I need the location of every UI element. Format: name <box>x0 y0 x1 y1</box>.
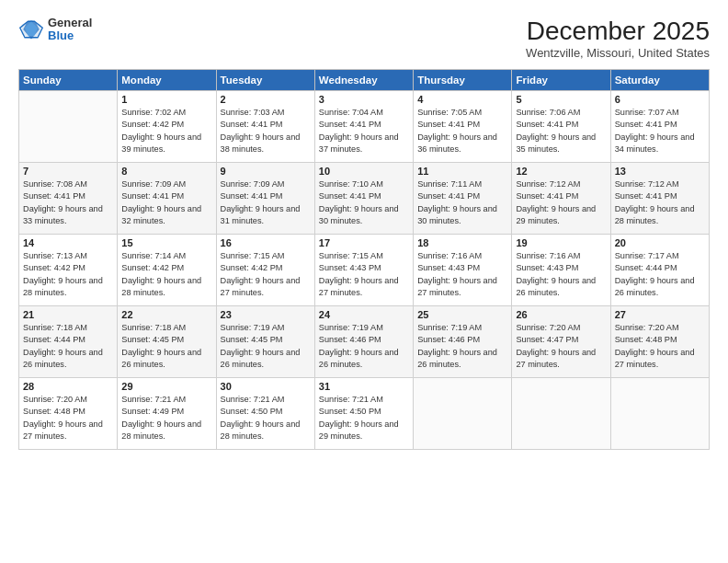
cell-info: Sunrise: 7:12 AMSunset: 4:41 PMDaylight:… <box>615 178 705 227</box>
cell-info: Sunrise: 7:15 AMSunset: 4:42 PMDaylight:… <box>221 250 311 299</box>
calendar-cell: 11Sunrise: 7:11 AMSunset: 4:41 PMDayligh… <box>414 163 512 235</box>
logo-text: General Blue <box>48 17 92 43</box>
cell-info: Sunrise: 7:20 AMSunset: 4:48 PMDaylight:… <box>23 394 113 442</box>
day-number: 7 <box>23 166 113 177</box>
day-number: 20 <box>615 237 705 248</box>
calendar-cell: 29Sunrise: 7:21 AMSunset: 4:49 PMDayligh… <box>118 378 216 450</box>
calendar-cell: 17Sunrise: 7:15 AMSunset: 4:43 PMDayligh… <box>314 235 413 306</box>
day-number: 3 <box>319 94 409 105</box>
calendar-cell: 30Sunrise: 7:21 AMSunset: 4:50 PMDayligh… <box>216 378 314 450</box>
day-number: 25 <box>417 309 507 320</box>
header-sunday: Sunday <box>19 70 118 91</box>
calendar-cell: 4Sunrise: 7:05 AMSunset: 4:41 PMDaylight… <box>414 91 512 163</box>
calendar-cell: 20Sunrise: 7:17 AMSunset: 4:44 PMDayligh… <box>610 235 709 306</box>
calendar-week-row: 28Sunrise: 7:20 AMSunset: 4:48 PMDayligh… <box>19 378 710 450</box>
weekday-header-row: Sunday Monday Tuesday Wednesday Thursday… <box>19 70 710 91</box>
day-number: 14 <box>23 237 113 248</box>
cell-info: Sunrise: 7:16 AMSunset: 4:43 PMDaylight:… <box>516 250 606 299</box>
calendar-cell: 25Sunrise: 7:19 AMSunset: 4:46 PMDayligh… <box>414 306 512 378</box>
calendar-cell: 6Sunrise: 7:07 AMSunset: 4:41 PMDaylight… <box>610 91 709 163</box>
calendar-cell <box>19 91 118 163</box>
calendar-cell: 27Sunrise: 7:20 AMSunset: 4:48 PMDayligh… <box>610 306 709 378</box>
calendar-cell: 13Sunrise: 7:12 AMSunset: 4:41 PMDayligh… <box>610 163 709 235</box>
cell-info: Sunrise: 7:04 AMSunset: 4:41 PMDaylight:… <box>319 107 409 155</box>
day-number: 2 <box>221 94 311 105</box>
day-number: 6 <box>615 94 705 105</box>
calendar-cell: 16Sunrise: 7:15 AMSunset: 4:42 PMDayligh… <box>216 235 314 306</box>
calendar-title: December 2025 <box>526 17 710 46</box>
day-number: 11 <box>417 166 507 177</box>
cell-info: Sunrise: 7:20 AMSunset: 4:48 PMDaylight:… <box>615 322 705 371</box>
calendar-cell: 19Sunrise: 7:16 AMSunset: 4:43 PMDayligh… <box>512 235 610 306</box>
header-tuesday: Tuesday <box>216 70 314 91</box>
calendar-cell <box>512 378 610 450</box>
page-header: General Blue December 2025 Wentzville, M… <box>18 17 710 60</box>
calendar-cell: 18Sunrise: 7:16 AMSunset: 4:43 PMDayligh… <box>414 235 512 306</box>
calendar-cell: 28Sunrise: 7:20 AMSunset: 4:48 PMDayligh… <box>19 378 118 450</box>
day-number: 27 <box>615 309 705 320</box>
day-number: 12 <box>516 166 606 177</box>
cell-info: Sunrise: 7:16 AMSunset: 4:43 PMDaylight:… <box>417 250 507 299</box>
day-number: 19 <box>516 237 606 248</box>
day-number: 29 <box>121 381 211 392</box>
calendar-cell <box>610 378 709 450</box>
day-number: 5 <box>516 94 606 105</box>
cell-info: Sunrise: 7:05 AMSunset: 4:41 PMDaylight:… <box>417 107 507 155</box>
day-number: 4 <box>417 94 507 105</box>
cell-info: Sunrise: 7:19 AMSunset: 4:45 PMDaylight:… <box>221 322 311 371</box>
logo-blue-text: Blue <box>48 29 92 42</box>
cell-info: Sunrise: 7:13 AMSunset: 4:42 PMDaylight:… <box>23 250 113 299</box>
cell-info: Sunrise: 7:18 AMSunset: 4:44 PMDaylight:… <box>23 322 113 371</box>
cell-info: Sunrise: 7:12 AMSunset: 4:41 PMDaylight:… <box>516 178 606 227</box>
day-number: 22 <box>121 309 211 320</box>
day-number: 8 <box>121 166 211 177</box>
cell-info: Sunrise: 7:19 AMSunset: 4:46 PMDaylight:… <box>417 322 507 371</box>
calendar-cell: 8Sunrise: 7:09 AMSunset: 4:41 PMDaylight… <box>118 163 216 235</box>
calendar-cell: 31Sunrise: 7:21 AMSunset: 4:50 PMDayligh… <box>314 378 413 450</box>
calendar-cell: 21Sunrise: 7:18 AMSunset: 4:44 PMDayligh… <box>19 306 118 378</box>
day-number: 13 <box>615 166 705 177</box>
day-number: 17 <box>319 237 409 248</box>
calendar-week-row: 1Sunrise: 7:02 AMSunset: 4:42 PMDaylight… <box>19 91 710 163</box>
logo-icon <box>18 17 44 42</box>
cell-info: Sunrise: 7:20 AMSunset: 4:47 PMDaylight:… <box>516 322 606 371</box>
calendar-cell: 3Sunrise: 7:04 AMSunset: 4:41 PMDaylight… <box>314 91 413 163</box>
calendar-cell: 2Sunrise: 7:03 AMSunset: 4:41 PMDaylight… <box>216 91 314 163</box>
header-friday: Friday <box>512 70 610 91</box>
cell-info: Sunrise: 7:19 AMSunset: 4:46 PMDaylight:… <box>319 322 409 371</box>
calendar-week-row: 14Sunrise: 7:13 AMSunset: 4:42 PMDayligh… <box>19 235 710 306</box>
calendar-cell: 7Sunrise: 7:08 AMSunset: 4:41 PMDaylight… <box>19 163 118 235</box>
cell-info: Sunrise: 7:10 AMSunset: 4:41 PMDaylight:… <box>319 178 409 227</box>
day-number: 18 <box>417 237 507 248</box>
day-number: 30 <box>221 381 311 392</box>
cell-info: Sunrise: 7:09 AMSunset: 4:41 PMDaylight:… <box>121 178 211 227</box>
calendar-cell: 10Sunrise: 7:10 AMSunset: 4:41 PMDayligh… <box>314 163 413 235</box>
calendar-cell: 22Sunrise: 7:18 AMSunset: 4:45 PMDayligh… <box>118 306 216 378</box>
cell-info: Sunrise: 7:21 AMSunset: 4:49 PMDaylight:… <box>121 394 211 442</box>
cell-info: Sunrise: 7:21 AMSunset: 4:50 PMDaylight:… <box>319 394 409 442</box>
cell-info: Sunrise: 7:14 AMSunset: 4:42 PMDaylight:… <box>121 250 211 299</box>
calendar-cell: 14Sunrise: 7:13 AMSunset: 4:42 PMDayligh… <box>19 235 118 306</box>
day-number: 23 <box>221 309 311 320</box>
calendar-table: Sunday Monday Tuesday Wednesday Thursday… <box>18 69 710 450</box>
calendar-cell: 1Sunrise: 7:02 AMSunset: 4:42 PMDaylight… <box>118 91 216 163</box>
calendar-cell: 9Sunrise: 7:09 AMSunset: 4:41 PMDaylight… <box>216 163 314 235</box>
cell-info: Sunrise: 7:09 AMSunset: 4:41 PMDaylight:… <box>221 178 311 227</box>
calendar-cell: 24Sunrise: 7:19 AMSunset: 4:46 PMDayligh… <box>314 306 413 378</box>
cell-info: Sunrise: 7:18 AMSunset: 4:45 PMDaylight:… <box>121 322 211 371</box>
logo-general-text: General <box>48 17 92 29</box>
cell-info: Sunrise: 7:07 AMSunset: 4:41 PMDaylight:… <box>615 107 705 155</box>
day-number: 16 <box>221 237 311 248</box>
calendar-cell: 12Sunrise: 7:12 AMSunset: 4:41 PMDayligh… <box>512 163 610 235</box>
header-thursday: Thursday <box>414 70 512 91</box>
calendar-location: Wentzville, Missouri, United States <box>526 46 710 60</box>
calendar-cell: 5Sunrise: 7:06 AMSunset: 4:41 PMDaylight… <box>512 91 610 163</box>
logo: General Blue <box>18 17 92 43</box>
day-number: 15 <box>121 237 211 248</box>
header-wednesday: Wednesday <box>314 70 413 91</box>
day-number: 31 <box>319 381 409 392</box>
day-number: 21 <box>23 309 113 320</box>
day-number: 9 <box>221 166 311 177</box>
calendar-cell: 15Sunrise: 7:14 AMSunset: 4:42 PMDayligh… <box>118 235 216 306</box>
cell-info: Sunrise: 7:11 AMSunset: 4:41 PMDaylight:… <box>417 178 507 227</box>
